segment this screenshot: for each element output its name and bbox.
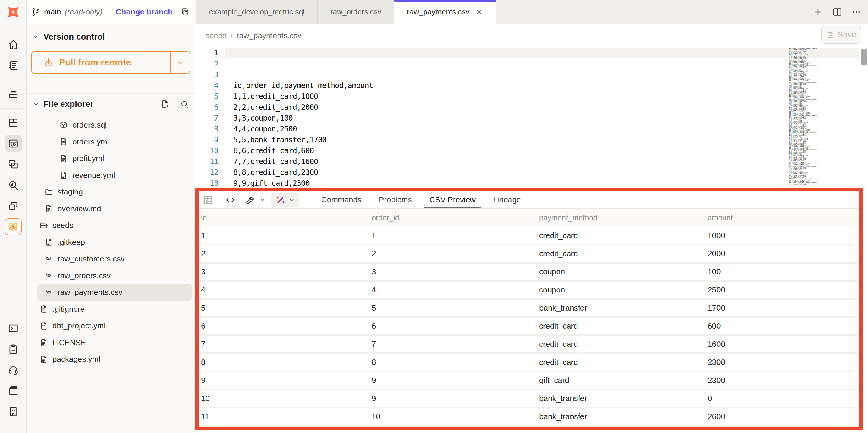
table-row[interactable]: 44coupon2500 (198, 282, 859, 298)
table-cell: 7 (198, 340, 369, 349)
table-row[interactable]: 55bank_transfer1700 (198, 300, 859, 316)
change-branch-link[interactable]: Change branch (116, 7, 173, 17)
table-cell: credit_card (537, 357, 705, 367)
file-tree-item-overview.md[interactable]: overview.md (37, 201, 192, 218)
pull-from-remote-main[interactable]: Pull from remote (32, 52, 171, 73)
csv-preview-table-body: 11credit_card100022credit_card200033coup… (198, 227, 859, 427)
table-cell: 5 (198, 304, 369, 313)
panel-tab-csv-preview[interactable]: CSV Preview (425, 191, 480, 208)
dbt-ide-app: main (read-only) Change branch example_d… (0, 0, 868, 433)
save-button[interactable]: Save (821, 26, 861, 44)
table-row[interactable]: 1110bank_transfer2600 (198, 408, 859, 425)
table-cell: 1 (369, 231, 537, 240)
panel-tab-problems[interactable]: Problems (374, 191, 417, 208)
chevron-down-icon (32, 100, 40, 108)
table-row[interactable]: 99gift_card2300 (198, 372, 859, 389)
notebook-icon[interactable] (5, 57, 22, 74)
docs-icon[interactable] (5, 382, 22, 399)
file-tree-item-raw_payments.csv[interactable]: raw_payments.csv (37, 284, 192, 301)
compiled-code-icon[interactable] (224, 194, 236, 206)
document-icon (59, 171, 68, 180)
table-cell: 4 (198, 285, 369, 295)
atom-icon[interactable] (5, 218, 22, 235)
panel-toolbar: CommandsProblemsCSV PreviewLineage (198, 191, 859, 209)
table-cell: bank_transfer (537, 412, 705, 421)
table-cell: 1000 (705, 231, 859, 240)
file-tree-item-seeds[interactable]: seeds (37, 217, 192, 234)
rail-divider (0, 108, 27, 109)
table-row[interactable]: 11credit_card1000 (198, 227, 859, 244)
search-icon[interactable] (180, 99, 189, 109)
file-tree: orders.sqlorders.ymlprofit.ymlrevenue.ym… (27, 114, 195, 368)
table-row[interactable]: 88credit_card2300 (198, 354, 859, 371)
file-tree-item-.gitignore[interactable]: .gitignore (37, 301, 192, 318)
file-tree-item-raw_orders.csv[interactable]: raw_orders.csv (37, 267, 192, 284)
tab-close-icon[interactable] (475, 8, 483, 16)
breadcrumb-folder[interactable]: seeds (206, 31, 226, 40)
duplicate-branch-icon[interactable] (181, 7, 190, 17)
clipboard-icon[interactable] (5, 341, 22, 357)
windows-icon[interactable] (5, 198, 22, 214)
file-tree-item-revenue.yml[interactable]: revenue.yml (37, 167, 192, 184)
file-tree-item-orders.yml[interactable]: orders.yml (37, 134, 192, 150)
file-tree-item-packages.yml[interactable]: packages.yml (37, 351, 192, 368)
table-cell: 1700 (705, 304, 859, 313)
table-row[interactable]: 22credit_card2000 (198, 246, 859, 262)
editor-scrollbar-thumb[interactable] (861, 49, 867, 65)
build-wrench-icon[interactable] (245, 194, 256, 206)
headset-icon[interactable] (5, 362, 22, 378)
column-header-id: id (198, 213, 369, 222)
table-row[interactable]: 109bank_transfer0 (198, 390, 859, 407)
file-tree-item-raw_customers.csv[interactable]: raw_customers.csv (37, 251, 192, 267)
table-cell: 9 (369, 394, 537, 403)
table-cell: 6 (198, 321, 369, 331)
code-line: 5,5,bank_transfer,1700 (233, 135, 868, 145)
file-tree-item-profit.yml[interactable]: profit.yml (37, 150, 192, 167)
more-ellipsis-icon[interactable] (851, 7, 861, 17)
editor-tab-example_develop_metric.sql[interactable]: example_develop_metric.sql (196, 0, 318, 24)
code-content[interactable]: id,order_id,payment_method,amount1,1,cre… (225, 47, 868, 187)
folder-open-icon (39, 221, 48, 230)
canvas-icon[interactable] (5, 156, 22, 173)
column-header-amount: amount (705, 213, 859, 222)
dashboard-icon[interactable] (5, 114, 22, 131)
table-cell: 8 (369, 357, 537, 367)
code-editor-icon[interactable] (5, 135, 22, 152)
file-explorer-header[interactable]: File explorer (27, 94, 195, 114)
pull-from-remote-button[interactable]: Pull from remote (31, 51, 190, 74)
code-editor[interactable]: 12345678910111213 id,order_id,payment_me… (195, 47, 868, 187)
home-icon[interactable] (5, 36, 22, 53)
organization-icon[interactable] (5, 403, 22, 420)
table-cell: 5 (369, 304, 537, 313)
editor-minimap[interactable]: id,order_id,payment_method,amount 1,1,cr… (789, 48, 859, 185)
warehouse-icon[interactable] (5, 86, 22, 103)
new-tab-plus-icon[interactable] (812, 7, 824, 18)
table-row[interactable]: 66credit_card600 (198, 318, 859, 335)
table-row[interactable]: 77credit_card1600 (198, 336, 859, 352)
file-tree-item-staging[interactable]: staging (37, 184, 192, 201)
code-line: 3,3,coupon,100 (233, 113, 868, 124)
panel-tab-lineage[interactable]: Lineage (488, 191, 526, 208)
split-editor-icon[interactable] (832, 7, 843, 18)
editor-tab-raw_payments.csv[interactable]: raw_payments.csv (394, 0, 496, 24)
table-cell: 3 (198, 267, 369, 277)
new-file-icon[interactable] (161, 99, 170, 109)
terminal-icon[interactable] (5, 320, 22, 337)
table-cell: credit_card (537, 231, 705, 240)
file-tree-item-orders.sql[interactable]: orders.sql (37, 117, 192, 134)
table-row[interactable]: 33coupon100 (198, 263, 859, 280)
panel-tab-commands[interactable]: Commands (316, 191, 366, 208)
version-control-header[interactable]: Version control (27, 24, 195, 48)
document-icon (39, 305, 48, 314)
dbt-logo-icon[interactable] (5, 4, 21, 20)
results-table-icon[interactable] (202, 194, 214, 206)
pull-options-dropdown[interactable] (171, 52, 190, 73)
chevron-down-icon[interactable] (259, 196, 266, 204)
file-tree-item-LICENSE[interactable]: LICENSE (37, 335, 192, 351)
breadcrumb-file[interactable]: raw_payments.csv (237, 31, 301, 40)
query-explorer-icon[interactable] (5, 177, 22, 194)
editor-tab-raw_orders.csv[interactable]: raw_orders.csv (318, 0, 395, 24)
ai-wand-button[interactable] (271, 193, 299, 207)
file-tree-item-.gitkeep[interactable]: .gitkeep (37, 234, 192, 251)
file-tree-item-dbt_project.yml[interactable]: dbt_project.yml (37, 318, 192, 335)
